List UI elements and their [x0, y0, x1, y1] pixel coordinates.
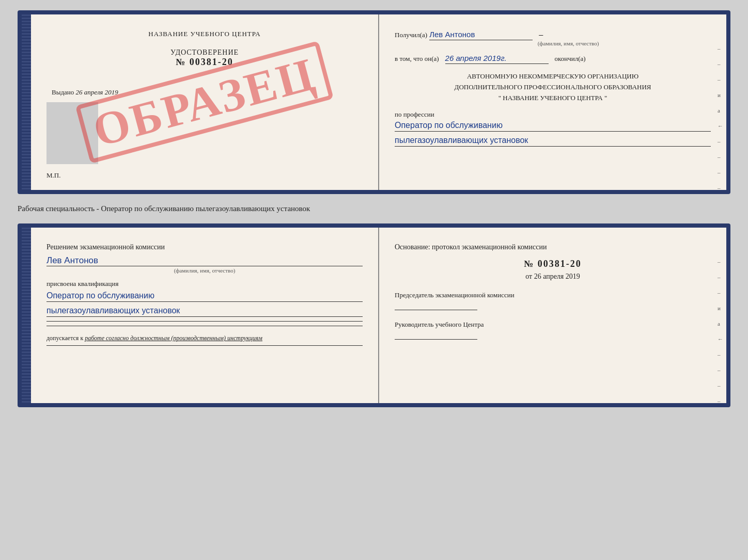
- cert-mp: М.П.: [46, 171, 60, 180]
- org-line2: ДОПОЛНИТЕЛЬНОГО ПРОФЕССИОНАЛЬНОГО ОБРАЗО…: [395, 82, 711, 93]
- cert-header: НАЗВАНИЕ УЧЕБНОГО ЦЕНТРА: [46, 30, 363, 38]
- qualification-line2: пылегазоулавливающих установок: [46, 306, 363, 317]
- director-block: Руководитель учебного Центра: [395, 321, 711, 340]
- top-right-panel: Получил(а) Лев Антонов – (фамилия, имя, …: [379, 14, 726, 190]
- issued-label: Выдано: [52, 88, 74, 96]
- protocol-number: № 00381-20: [395, 259, 711, 269]
- qualification-line1: Оператор по обслуживанию: [46, 291, 363, 302]
- top-left-panel: НАЗВАНИЕ УЧЕБНОГО ЦЕНТРА ОБРАЗЕЦ УДОСТОВ…: [31, 14, 379, 190]
- cert-title: УДОСТОВЕРЕНИЕ: [46, 49, 363, 57]
- issued-date: 26 апреля 2019: [76, 88, 118, 96]
- received-subtext: (фамилия, имя, отчество): [426, 40, 711, 46]
- booklet-spine-bottom: [22, 228, 31, 403]
- protocol-date: от 26 апреля 2019: [395, 273, 711, 281]
- subtitle: Рабочая специальность - Оператор по обсл…: [18, 202, 730, 215]
- protocol-date-value: 26 апреля 2019: [534, 273, 580, 280]
- chairman-label: Председатель экзаменационной комиссии: [395, 291, 711, 299]
- profession-line2: пылегазоулавливающих установок: [395, 136, 711, 147]
- received-name: Лев Антонов: [429, 30, 533, 40]
- side-marks-bottom: – – – и а ← – – – –: [718, 259, 723, 404]
- org-line3: " НАЗВАНИЕ УЧЕБНОГО ЦЕНТРА ": [395, 93, 711, 104]
- side-marks-top: – – – и а ← – – – –: [718, 45, 723, 191]
- completed-suffix: окончил(а): [555, 55, 586, 62]
- received-group: Получил(а) Лев Антонов – (фамилия, имя, …: [395, 30, 711, 46]
- dash-received: –: [539, 30, 543, 39]
- admission-italic: работе согласно должностным (производств…: [85, 334, 262, 342]
- org-block: АВТОНОМНУЮ НЕКОММЕРЧЕСКУЮ ОРГАНИЗАЦИЮ ДО…: [395, 71, 711, 103]
- decision-name: Лев Антонов: [46, 255, 363, 266]
- cert-title-block: УДОСТОВЕРЕНИЕ № 00381-20: [46, 49, 363, 68]
- basis-text: Основание: протокол экзаменационной коми…: [395, 243, 711, 251]
- completed-date: 26 апреля 2019г.: [445, 54, 549, 64]
- bottom-booklet: Решением экзаменационной комиссии Лев Ан…: [18, 223, 730, 407]
- cert-number: № 00381-20: [46, 57, 363, 68]
- completed-group: в том, что он(а) 26 апреля 2019г. окончи…: [395, 54, 711, 64]
- admission-text: допускается к работе согласно должностны…: [46, 334, 363, 342]
- admission-prefix: допускается к: [46, 334, 83, 342]
- profession-label: по профессии: [395, 110, 711, 119]
- document-container: НАЗВАНИЕ УЧЕБНОГО ЦЕНТРА ОБРАЗЕЦ УДОСТОВ…: [18, 10, 730, 407]
- decision-text: Решением экзаменационной комиссии: [46, 243, 363, 251]
- received-label: Получил(а): [395, 31, 427, 39]
- bottom-right-panel: Основание: протокол экзаменационной коми…: [379, 228, 726, 403]
- profession-line1: Оператор по обслуживанию: [395, 121, 711, 132]
- qualification-label: присвоена квалификация: [46, 280, 363, 288]
- chairman-block: Председатель экзаменационной комиссии: [395, 291, 711, 310]
- completed-prefix: в том, что он(а): [395, 55, 439, 62]
- director-label: Руководитель учебного Центра: [395, 321, 711, 329]
- bottom-left-panel: Решением экзаменационной комиссии Лев Ан…: [31, 228, 379, 403]
- booklet-spine-top: [22, 14, 31, 190]
- protocol-date-prefix: от: [525, 273, 532, 280]
- director-signature-line: [395, 339, 477, 340]
- cert-issued: Выдано 26 апреля 2019: [46, 88, 363, 97]
- photo-placeholder: [46, 102, 98, 164]
- name-subtext: (фамилия, имя, отчество): [46, 267, 363, 274]
- top-booklet: НАЗВАНИЕ УЧЕБНОГО ЦЕНТРА ОБРАЗЕЦ УДОСТОВ…: [18, 10, 730, 194]
- org-line1: АВТОНОМНУЮ НЕКОММЕРЧЕСКУЮ ОРГАНИЗАЦИЮ: [395, 71, 711, 82]
- chairman-signature-line: [395, 310, 477, 310]
